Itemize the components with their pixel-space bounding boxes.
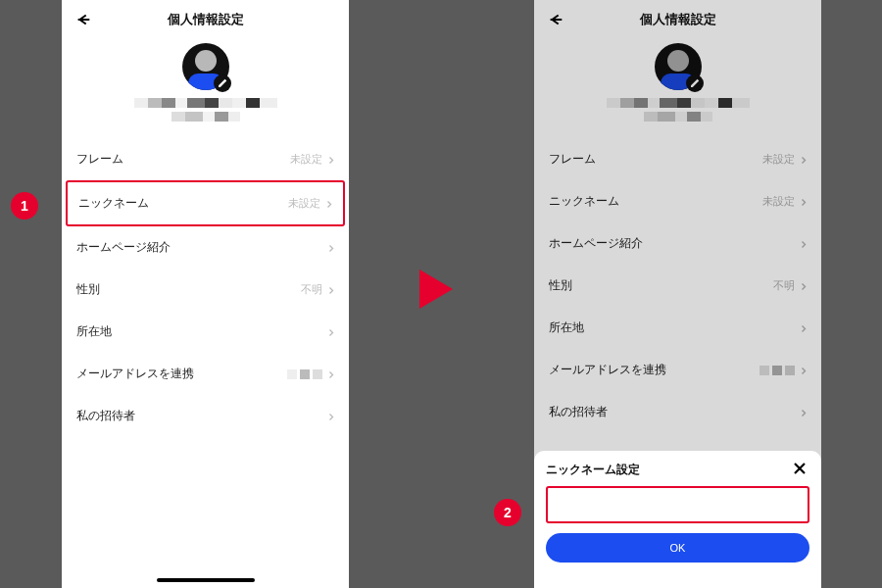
chevron-right-icon — [328, 369, 334, 379]
chevron-right-icon — [328, 243, 334, 253]
list-item-location[interactable]: 所在地 — [62, 311, 349, 353]
chevron-right-icon — [801, 197, 807, 207]
header: 個人情報設定 — [62, 0, 349, 39]
list-item-email[interactable]: メールアドレスを連携 — [534, 349, 821, 391]
item-label: 私の招待者 — [76, 408, 135, 424]
list-item-frame[interactable]: フレーム 未設定 — [534, 138, 821, 180]
censored-value — [760, 366, 795, 375]
censored-text — [607, 98, 750, 122]
settings-list: フレーム 未設定 ニックネーム 未設定 ホームページ紹介 性別 不明 所在地 メ… — [62, 138, 349, 437]
item-label: フレーム — [549, 151, 596, 168]
chevron-right-icon — [801, 281, 807, 291]
ok-button[interactable]: OK — [546, 533, 809, 563]
chevron-right-icon — [328, 285, 334, 295]
phone-screen-left: 個人情報設定 フレーム 未設定 ニックネーム 未設定 — [62, 0, 349, 588]
chevron-right-icon — [801, 239, 807, 249]
page-title: 個人情報設定 — [534, 11, 821, 28]
item-value: 不明 — [301, 282, 322, 297]
item-label: ニックネーム — [78, 195, 149, 212]
list-item-location[interactable]: 所在地 — [534, 307, 821, 349]
list-item-inviter[interactable]: 私の招待者 — [62, 395, 349, 437]
back-button[interactable] — [546, 10, 565, 29]
chevron-right-icon — [801, 323, 807, 333]
item-label: ホームページ紹介 — [76, 239, 171, 256]
chevron-right-icon — [801, 155, 807, 165]
item-label: 所在地 — [76, 323, 112, 340]
nickname-input[interactable] — [546, 486, 809, 523]
home-indicator — [157, 578, 255, 582]
edit-avatar-icon[interactable] — [686, 74, 704, 92]
step-badge-1: 1 — [11, 192, 38, 220]
item-label: 性別 — [76, 281, 100, 298]
item-label: メールアドレスを連携 — [76, 366, 194, 382]
step-badge-2: 2 — [494, 499, 521, 526]
chevron-right-icon — [328, 327, 334, 337]
item-value: 未設定 — [288, 196, 320, 211]
avatar-area — [534, 39, 821, 132]
header: 個人情報設定 — [534, 0, 821, 39]
chevron-right-icon — [801, 366, 807, 375]
edit-avatar-icon[interactable] — [214, 74, 231, 92]
dialog-title: ニックネーム設定 — [546, 462, 640, 478]
list-item-gender[interactable]: 性別 不明 — [534, 265, 821, 307]
nickname-dialog: ニックネーム設定 OK — [534, 451, 821, 588]
item-label: ニックネーム — [549, 193, 619, 210]
list-item-email[interactable]: メールアドレスを連携 — [62, 353, 349, 395]
chevron-right-icon — [328, 412, 334, 421]
arrow-right-icon — [419, 270, 453, 309]
item-label: フレーム — [76, 151, 123, 168]
avatar-area — [62, 39, 349, 132]
close-button[interactable] — [792, 461, 809, 478]
page-title: 個人情報設定 — [62, 11, 349, 28]
item-value: 未設定 — [762, 194, 795, 209]
list-item-gender[interactable]: 性別 不明 — [62, 269, 349, 311]
item-label: ホームページ紹介 — [549, 235, 643, 252]
censored-value — [287, 369, 322, 379]
censored-text — [134, 98, 277, 122]
item-label: メールアドレスを連携 — [549, 362, 666, 378]
item-label: 性別 — [549, 277, 572, 294]
chevron-right-icon — [328, 155, 334, 165]
chevron-right-icon — [326, 199, 332, 209]
list-item-nickname[interactable]: ニックネーム 未設定 — [534, 180, 821, 222]
settings-list: フレーム 未設定 ニックネーム 未設定 ホームページ紹介 性別 不明 所在地 メ… — [534, 138, 821, 433]
list-item-homepage[interactable]: ホームページ紹介 — [534, 222, 821, 265]
list-item-frame[interactable]: フレーム 未設定 — [62, 138, 349, 180]
item-value: 不明 — [773, 278, 795, 293]
item-label: 私の招待者 — [549, 404, 608, 420]
item-value: 未設定 — [762, 152, 795, 167]
phone-screen-right: 個人情報設定 フレーム 未設定 ニックネーム 未設定 — [534, 0, 821, 588]
chevron-right-icon — [801, 408, 807, 417]
list-item-homepage[interactable]: ホームページ紹介 — [62, 226, 349, 269]
list-item-inviter[interactable]: 私の招待者 — [534, 391, 821, 433]
item-label: 所在地 — [549, 319, 584, 336]
back-button[interactable] — [74, 10, 93, 29]
list-item-nickname[interactable]: ニックネーム 未設定 — [66, 180, 345, 226]
item-value: 未設定 — [290, 152, 322, 167]
